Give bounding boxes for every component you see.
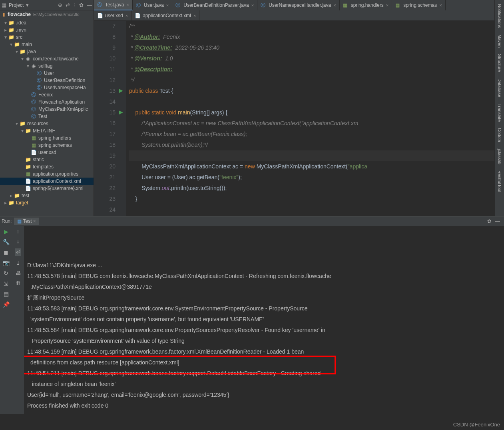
code-line[interactable]: System.out.println(bean);*/ xyxy=(129,140,504,150)
code-line[interactable]: System.out.println(user.toString()); xyxy=(129,183,504,194)
console-output[interactable]: D:\Java11\JDK\bin\java.exe ...11:48:53.5… xyxy=(24,226,504,414)
right-tool-tab[interactable]: RestfulTool xyxy=(497,168,502,194)
code-content[interactable]: /** * @Author: Feenix * @CreateTime: 202… xyxy=(126,21,504,216)
tree-item[interactable]: ⒸUser xyxy=(0,70,94,77)
close-icon[interactable]: × xyxy=(126,2,129,7)
pin-icon[interactable]: 📌 xyxy=(3,301,10,308)
tree-item[interactable]: ⒸTest xyxy=(0,113,94,120)
hide-icon[interactable]: — xyxy=(87,2,92,8)
camera-icon[interactable]: 📷 xyxy=(3,260,10,266)
output-highlight-box xyxy=(24,356,336,374)
right-tool-tab[interactable]: Translate xyxy=(497,101,502,124)
code-line[interactable]: User user = (User) ac.getBean("feenix"); xyxy=(129,172,504,183)
tree-item[interactable]: ▾📁java xyxy=(0,48,94,55)
close-icon[interactable]: × xyxy=(166,3,169,8)
code-line[interactable] xyxy=(129,204,504,215)
layout-icon[interactable]: ▤ xyxy=(4,291,9,297)
code-line[interactable]: /*Feenix bean = ac.getBean(Feenix.class)… xyxy=(129,129,504,140)
tree-item[interactable]: ⒸFlowcacheApplication xyxy=(0,98,94,106)
code-line[interactable] xyxy=(129,96,504,107)
editor-tab[interactable]: ▦spring.schemas× xyxy=(392,0,445,10)
close-icon[interactable]: × xyxy=(126,13,128,18)
expand-icon[interactable]: ⊕ xyxy=(58,2,62,8)
tab-label: UserNamespaceHandler.java xyxy=(269,2,331,8)
tree-item[interactable]: ▸📁.mvn xyxy=(0,26,94,34)
project-root-row[interactable]: ▮ flowcache E:\MyCode\rear\mca\flo xyxy=(0,10,94,18)
close-icon[interactable]: × xyxy=(33,218,36,224)
right-tool-tab[interactable]: Maven xyxy=(497,32,502,50)
right-tool-tab[interactable]: Codota xyxy=(497,126,502,144)
dropdown-icon[interactable]: ▾ xyxy=(26,2,29,8)
print-icon[interactable]: 🖶 xyxy=(16,270,21,276)
tree-item[interactable]: ⒸMyClassPathXmlApplic xyxy=(0,106,94,113)
tree-item[interactable]: 📄applicationContext.xml xyxy=(0,178,94,185)
right-tool-tab[interactable]: Notifications xyxy=(497,2,502,30)
editor-tab[interactable]: ⒸUser.java× xyxy=(133,0,172,10)
tree-item[interactable]: ▦spring.handlers xyxy=(0,134,94,142)
editor-tab[interactable]: ⒸUserBeanDefinitionParser.java× xyxy=(172,0,257,10)
divide-icon[interactable]: ÷ xyxy=(73,2,76,8)
code-line[interactable]: public class Test { xyxy=(129,86,504,96)
tree-item[interactable]: ⒸUserNamespaceHa xyxy=(0,84,94,91)
code-line[interactable]: * @Author: Feenix xyxy=(129,32,504,42)
close-icon[interactable]: × xyxy=(251,3,254,8)
run-config-tab[interactable]: ▦ Test × xyxy=(14,218,39,225)
right-tool-tab[interactable]: jclasslib xyxy=(497,146,502,167)
tree-item[interactable]: 📁static xyxy=(0,156,94,163)
tree-item[interactable]: ⒸUserBeanDefinition xyxy=(0,77,94,84)
editor-tab[interactable]: ⒸTest.java× xyxy=(94,0,133,10)
close-icon[interactable]: × xyxy=(386,3,388,8)
editor-tab[interactable]: ⒸUserNamespaceHandler.java× xyxy=(257,0,340,10)
close-icon[interactable]: × xyxy=(439,3,442,8)
gear-icon[interactable]: ✿ xyxy=(487,218,491,224)
wrap-icon[interactable]: ⏎ xyxy=(15,248,21,256)
tree-item[interactable]: 📄user.xsd xyxy=(0,149,94,156)
hide-run-icon[interactable]: — xyxy=(495,218,500,224)
run-gutter-icon[interactable]: ▶ xyxy=(119,87,123,94)
code-line[interactable]: */ xyxy=(129,75,504,86)
tree-item[interactable]: ⒸFeenix xyxy=(0,91,94,98)
code-line[interactable]: * @CreateTime: 2022-05-26 13:40 xyxy=(129,42,504,53)
tree-item[interactable]: ▾📁src xyxy=(0,34,94,41)
close-icon[interactable]: × xyxy=(193,13,196,18)
code-line[interactable]: * @Description: xyxy=(129,64,504,75)
editor-tab[interactable]: 📄applicationContext.xml× xyxy=(131,10,199,21)
tree-item[interactable]: ▾◉com.feenix.flowcache xyxy=(0,55,94,62)
collapse-icon[interactable]: ⇄ xyxy=(66,2,70,8)
tree-item[interactable]: ▾📁resources xyxy=(0,120,94,127)
code-line[interactable] xyxy=(129,150,504,161)
tree-item[interactable]: 📄spring-${username}.xml xyxy=(0,185,94,192)
run-icon[interactable]: ▶ xyxy=(4,228,8,235)
right-tool-tab[interactable]: Structure xyxy=(497,52,502,74)
up-icon[interactable]: ↑ xyxy=(17,228,20,234)
code-line[interactable]: MyClassPathXmlApplicationContext ac = ne… xyxy=(129,161,504,172)
editor-tab[interactable]: 📄user.xsd× xyxy=(94,10,131,21)
right-tool-tab[interactable]: Database xyxy=(497,76,502,100)
stop-icon[interactable]: ◼ xyxy=(4,249,8,256)
refresh-icon[interactable]: ↻ xyxy=(4,270,8,276)
tree-item[interactable]: ▸📁test xyxy=(0,192,94,199)
tree-item[interactable]: ▾📁.idea xyxy=(0,19,94,26)
code-line[interactable]: } xyxy=(129,194,504,204)
code-line[interactable]: public static void main(String[] args) { xyxy=(129,107,504,118)
code-line[interactable]: /** xyxy=(129,21,504,32)
tree-item[interactable]: ▾◉selftag xyxy=(0,62,94,70)
close-icon[interactable]: × xyxy=(333,3,336,8)
settings-icon[interactable]: ✿ xyxy=(79,2,84,8)
tree-item[interactable]: ▦spring.schemas xyxy=(0,142,94,149)
tree-item[interactable]: ▾📁META-INF xyxy=(0,127,94,134)
code-line[interactable]: * @Version: 1.0 xyxy=(129,53,504,64)
run-gutter-icon[interactable]: ▶ xyxy=(119,109,123,115)
down-icon[interactable]: ↓ xyxy=(17,238,20,244)
tree-item[interactable]: ▾📁main xyxy=(0,41,94,48)
exit-icon[interactable]: ⇲ xyxy=(4,280,8,287)
file-icon: Ⓒ xyxy=(97,2,103,8)
tool-icon[interactable]: 🔧 xyxy=(3,239,10,245)
tree-item[interactable]: ▸📁target xyxy=(0,199,94,206)
tree-item[interactable]: ▦application.properties xyxy=(0,170,94,178)
scroll-icon[interactable]: ⤓ xyxy=(16,260,20,266)
clear-icon[interactable]: 🗑 xyxy=(16,280,21,286)
code-line[interactable]: /*ApplicationContext ac = new ClassPathX… xyxy=(129,118,504,129)
tree-item[interactable]: 📁templates xyxy=(0,163,94,170)
editor-tab[interactable]: ▦spring.handlers× xyxy=(340,0,392,10)
